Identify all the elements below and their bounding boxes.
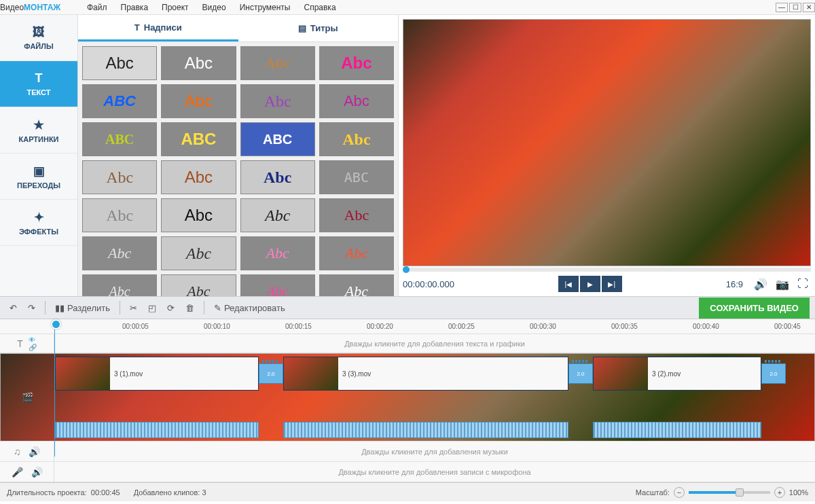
volume-icon[interactable]: 🔊 [754, 278, 767, 291]
text-style-item[interactable]: Abc [319, 84, 394, 118]
text-track[interactable]: Дважды кликните для добавления текста и … [54, 334, 815, 353]
text-style-item[interactable]: Abc [240, 160, 315, 194]
play-button[interactable]: ▶ [580, 276, 600, 292]
menu-tools[interactable]: Инструменты [234, 1, 296, 14]
text-style-item[interactable]: Abc [161, 46, 236, 80]
text-style-item[interactable]: Abc [82, 160, 157, 194]
text-style-item[interactable]: Abc [240, 84, 315, 118]
zoom-in-button[interactable]: + [774, 487, 785, 498]
zoom-out-button[interactable]: − [674, 487, 685, 498]
ruler-mark: 00:00:35 [611, 323, 638, 330]
menu-edit[interactable]: Правка [115, 1, 154, 14]
menu-file[interactable]: Файл [82, 1, 113, 14]
audio-waveform[interactable] [593, 422, 761, 438]
text-style-item[interactable]: Abc [161, 160, 236, 194]
subtab-titles[interactable]: ▤Титры [238, 15, 399, 41]
text-style-item[interactable]: Abc [161, 84, 236, 118]
text-style-item[interactable]: Abc [82, 46, 157, 80]
snapshot-icon[interactable]: 📷 [776, 278, 789, 291]
text-style-item[interactable]: Abc [82, 274, 157, 296]
ruler-mark: 00:00:25 [448, 323, 475, 330]
close-button[interactable]: ✕ [803, 3, 815, 12]
link-icon[interactable]: 🔗 [29, 344, 37, 351]
text-style-item[interactable]: Abc [319, 46, 394, 80]
text-style-item[interactable]: ABC [82, 84, 157, 118]
text-style-item[interactable]: ABC [161, 122, 236, 156]
tab-images[interactable]: ★КАРТИНКИ [0, 107, 77, 154]
split-button[interactable]: ▮▮ Разделить [51, 300, 114, 316]
aspect-ratio[interactable]: 16:9 [726, 279, 743, 289]
text-style-item[interactable]: Abc [82, 198, 157, 232]
eye-icon[interactable]: 👁 [29, 336, 37, 344]
save-video-button[interactable]: СОХРАНИТЬ ВИДЕО [699, 298, 810, 319]
next-button[interactable]: ▶| [602, 276, 622, 292]
video-clip[interactable]: 3 (1).mov [55, 357, 259, 391]
fullscreen-icon[interactable]: ⛶ [797, 278, 808, 290]
clips-count: Добавлено клипов: 3 [134, 488, 206, 497]
menu-video[interactable]: Видео [197, 1, 232, 14]
text-style-item[interactable]: Abc [240, 274, 315, 296]
transition[interactable]: 2.0 [568, 363, 593, 384]
rotate-button[interactable]: ⟳ [163, 300, 179, 316]
tab-text[interactable]: TТЕКСТ [0, 61, 77, 107]
text-style-item[interactable]: Abc [240, 236, 315, 270]
ruler-mark: 00:00:15 [285, 323, 312, 330]
music-track-icon: ♫ [14, 446, 21, 457]
text-style-item[interactable]: ABC [82, 122, 157, 156]
music-track[interactable]: Дважды кликните для добавления музыки [54, 442, 815, 461]
video-clip[interactable]: 3 (2).mov [593, 357, 761, 391]
text-style-item[interactable]: Abc [161, 198, 236, 232]
text-style-item[interactable]: Abc [161, 274, 236, 296]
tab-files[interactable]: 🖼ФАЙЛЫ [0, 15, 77, 61]
prev-button[interactable]: |◀ [558, 276, 579, 292]
text-style-item[interactable]: Abc [319, 274, 394, 296]
time-ruler[interactable]: 00:00:0500:00:1000:00:1500:00:2000:00:25… [0, 319, 815, 334]
text-style-item[interactable]: Abc [319, 122, 394, 156]
video-clip[interactable]: 3 (3).mov [283, 357, 568, 391]
subtab-captions[interactable]: TНадписи [78, 15, 238, 41]
text-style-item[interactable]: Abc [319, 198, 394, 232]
text-style-item[interactable]: Abc [319, 236, 394, 270]
undo-button[interactable]: ↶ [5, 300, 21, 316]
text-style-item[interactable]: Abc [82, 236, 157, 270]
speaker-icon[interactable]: 🔊 [31, 467, 43, 478]
ruler-mark: 00:00:20 [367, 323, 393, 330]
tab-transitions[interactable]: ▣ПЕРЕХОДЫ [0, 154, 77, 200]
app-title: ВидеоМОНТАЖ [0, 3, 60, 12]
ruler-mark: 00:00:40 [693, 323, 719, 330]
playhead[interactable] [54, 321, 55, 456]
zoom-slider[interactable] [689, 491, 770, 494]
text-icon: T [35, 71, 43, 86]
video-track[interactable]: 3 (1).mov3 (3).mov3 (2).mov2.02.02.0 [55, 354, 814, 441]
text-style-item[interactable]: ABC [240, 122, 315, 156]
text-style-item[interactable]: Abc [240, 198, 315, 232]
ruler-mark: 00:00:10 [204, 323, 230, 330]
speaker-icon[interactable]: 🔊 [29, 446, 40, 457]
video-track-icon: 🎬 [22, 392, 33, 403]
preview-seekbar[interactable] [403, 268, 811, 272]
menu-help[interactable]: Справка [298, 1, 341, 14]
redo-button[interactable]: ↷ [24, 300, 39, 316]
cut-button[interactable]: ✂ [126, 300, 141, 316]
text-style-item[interactable]: ABC [319, 160, 394, 194]
text-style-item[interactable]: Abc [240, 46, 315, 80]
transitions-icon: ▣ [33, 164, 45, 179]
audio-waveform[interactable] [55, 422, 259, 438]
text-style-item[interactable]: Abc [161, 236, 236, 270]
minimize-button[interactable]: — [776, 3, 788, 12]
ruler-mark: 00:00:45 [774, 323, 801, 330]
mic-track-icon: 🎤 [12, 467, 23, 478]
maximize-button[interactable]: ☐ [789, 3, 801, 12]
transition[interactable]: 2.0 [259, 363, 283, 384]
crop-button[interactable]: ◰ [144, 300, 160, 316]
transition[interactable]: 2.0 [761, 363, 786, 384]
ruler-mark: 00:00:30 [530, 323, 556, 330]
edit-button[interactable]: ✎ Редактировать [210, 300, 289, 316]
menu-project[interactable]: Проект [156, 1, 194, 14]
left-tabs: 🖼ФАЙЛЫ TТЕКСТ ★КАРТИНКИ ▣ПЕРЕХОДЫ ✦ЭФФЕК… [0, 15, 78, 296]
mic-track[interactable]: Дважды кликните для добавления записи с … [54, 462, 815, 482]
delete-button[interactable]: 🗑 [181, 300, 198, 316]
video-preview[interactable] [403, 19, 811, 266]
tab-effects[interactable]: ✦ЭФФЕКТЫ [0, 200, 77, 246]
audio-waveform[interactable] [283, 422, 568, 438]
